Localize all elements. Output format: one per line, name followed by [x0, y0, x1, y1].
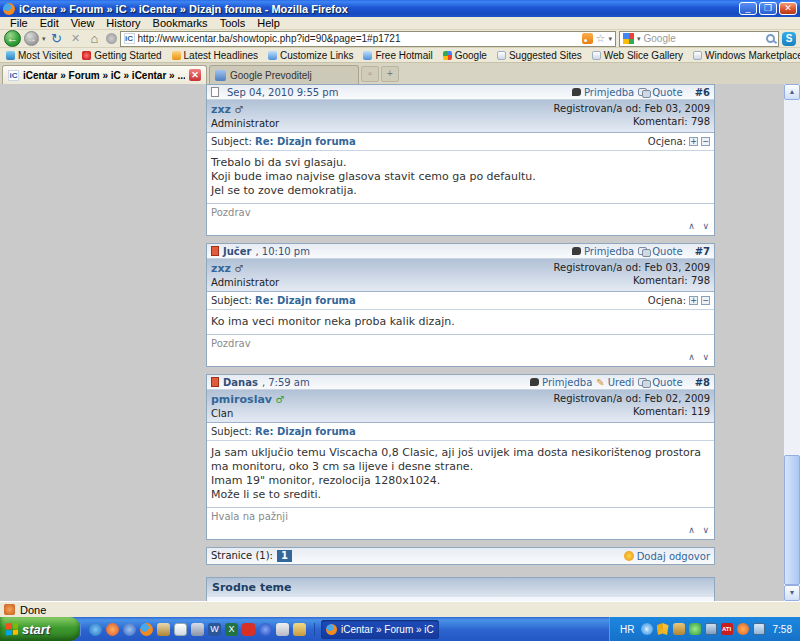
- tab-icentar-forum[interactable]: iC iCentar » Forum » iC » iCentar » ... …: [2, 65, 207, 84]
- quick-launch-icon[interactable]: [276, 623, 289, 636]
- post-number[interactable]: #8: [695, 377, 710, 388]
- rate-plus-button[interactable]: +: [689, 296, 698, 305]
- menu-help[interactable]: Help: [251, 17, 286, 30]
- start-button[interactable]: start: [0, 617, 80, 641]
- skype-icon[interactable]: S: [782, 32, 796, 46]
- tab-google-prevoditelj[interactable]: Google Prevoditelj: [209, 65, 359, 84]
- tray-network-icon[interactable]: [753, 623, 765, 635]
- taskbar-clock[interactable]: 7:58: [773, 624, 792, 635]
- quick-launch-icon[interactable]: [123, 623, 136, 636]
- bookmark-suggested-sites[interactable]: Suggested Sites: [497, 50, 582, 61]
- statusbar-extension-icon[interactable]: [4, 604, 15, 615]
- rate-minus-button[interactable]: −: [701, 137, 710, 146]
- quote-link[interactable]: Quote: [638, 246, 682, 257]
- quote-link[interactable]: Quote: [638, 87, 682, 98]
- url-text[interactable]: http://www.icentar.ba/showtopic.php?id=9…: [138, 33, 579, 44]
- subject-link[interactable]: Re: Dizajn foruma: [255, 295, 356, 306]
- back-button[interactable]: ←: [4, 30, 21, 47]
- tray-display-icon[interactable]: [705, 623, 717, 635]
- add-reply-button[interactable]: Dodaj odgovor: [624, 551, 710, 562]
- restore-button[interactable]: ❐: [759, 2, 777, 15]
- author-link[interactable]: zxz: [211, 262, 231, 275]
- search-placeholder[interactable]: Google: [644, 33, 763, 44]
- scrollbar-down-button[interactable]: ▼: [784, 585, 800, 601]
- rate-plus-button[interactable]: +: [689, 137, 698, 146]
- menu-edit[interactable]: Edit: [34, 17, 65, 30]
- quick-launch-folder-icon[interactable]: [293, 623, 306, 636]
- tray-update-icon[interactable]: [737, 623, 749, 635]
- tray-ati-icon[interactable]: ATI: [721, 623, 733, 635]
- menu-view[interactable]: View: [65, 17, 101, 30]
- home-button[interactable]: ⌂: [87, 31, 103, 47]
- close-button[interactable]: ✕: [779, 2, 797, 15]
- tab-close-icon[interactable]: ✕: [189, 69, 201, 81]
- tray-antivirus-icon[interactable]: [689, 623, 701, 635]
- language-indicator[interactable]: HR: [620, 624, 634, 635]
- author-link[interactable]: pmiroslav: [211, 393, 272, 406]
- quick-launch-icon[interactable]: [259, 623, 272, 636]
- tray-collapse-icon[interactable]: ‹: [641, 623, 653, 635]
- tray-security-shield-icon[interactable]: [657, 623, 669, 635]
- bookmark-star-icon[interactable]: ☆: [596, 32, 606, 45]
- extension-icon[interactable]: [106, 33, 117, 44]
- scrollbar-thumb[interactable]: [784, 455, 800, 585]
- menu-tools[interactable]: Tools: [214, 17, 252, 30]
- bookmark-latest-headlines[interactable]: Latest Headlines: [172, 50, 259, 61]
- taskbar-window-button[interactable]: iCentar » Forum » iC ...: [321, 620, 439, 639]
- tab-list-button[interactable]: ▫: [361, 66, 379, 82]
- search-icon[interactable]: [766, 34, 775, 43]
- search-input[interactable]: ▾ Google: [619, 31, 779, 47]
- quick-launch-word-icon[interactable]: W: [208, 623, 221, 636]
- scroll-down-link[interactable]: ∨: [702, 221, 709, 231]
- scroll-down-link[interactable]: ∨: [702, 352, 709, 362]
- tray-users-icon[interactable]: [673, 623, 685, 635]
- google-icon[interactable]: [623, 33, 634, 44]
- post-number[interactable]: #7: [695, 246, 710, 257]
- forward-button[interactable]: →: [24, 31, 39, 46]
- report-link[interactable]: Primjedba: [530, 377, 592, 388]
- scroll-up-link[interactable]: ∧: [688, 352, 695, 362]
- new-tab-button[interactable]: +: [381, 66, 399, 82]
- search-engine-dropdown-icon[interactable]: ▾: [637, 35, 641, 43]
- quick-launch-firefox-icon[interactable]: [140, 623, 153, 636]
- menu-history[interactable]: History: [100, 17, 146, 30]
- quick-launch-icon[interactable]: [106, 623, 119, 636]
- quick-launch-icon[interactable]: [174, 623, 187, 636]
- quote-link[interactable]: Quote: [638, 377, 682, 388]
- address-bar[interactable]: iC http://www.icentar.ba/showtopic.php?i…: [120, 31, 616, 47]
- subject-link[interactable]: Re: Dizajn foruma: [255, 136, 356, 147]
- edit-link[interactable]: ✎Uredi: [596, 377, 634, 388]
- scroll-up-link[interactable]: ∧: [688, 525, 695, 535]
- bookmark-getting-started[interactable]: Getting Started: [82, 50, 161, 61]
- quick-launch-ie-icon[interactable]: [89, 623, 102, 636]
- menu-bookmarks[interactable]: Bookmarks: [147, 17, 214, 30]
- report-link[interactable]: Primjedba: [572, 246, 634, 257]
- bookmark-google[interactable]: Google: [443, 50, 487, 61]
- bookmark-most-visited[interactable]: Most Visited: [6, 50, 72, 61]
- rss-icon[interactable]: [582, 33, 593, 44]
- quick-launch-pdf-icon[interactable]: [242, 623, 255, 636]
- subject-link[interactable]: Re: Dizajn foruma: [255, 426, 356, 437]
- scrollbar-up-button[interactable]: ▲: [784, 84, 800, 100]
- refresh-button[interactable]: ↻: [49, 31, 65, 47]
- post-number[interactable]: #6: [695, 87, 710, 98]
- report-link[interactable]: Primjedba: [572, 87, 634, 98]
- bookmark-customize-links[interactable]: Customize Links: [268, 50, 353, 61]
- quick-launch-icon[interactable]: [191, 623, 204, 636]
- url-dropdown-icon[interactable]: ▾: [608, 35, 612, 43]
- scroll-up-link[interactable]: ∧: [688, 221, 695, 231]
- bookmark-free-hotmail[interactable]: Free Hotmail: [363, 50, 432, 61]
- minimize-button[interactable]: _: [739, 2, 757, 15]
- rate-minus-button[interactable]: −: [701, 296, 710, 305]
- quick-launch-excel-icon[interactable]: X: [225, 623, 238, 636]
- stop-button[interactable]: ✕: [68, 31, 84, 47]
- scroll-down-link[interactable]: ∨: [702, 525, 709, 535]
- page-1-button[interactable]: 1: [277, 550, 292, 562]
- vertical-scrollbar[interactable]: ▲ ▼: [784, 84, 800, 601]
- bookmark-windows-marketplace[interactable]: Windows Marketplace: [693, 50, 800, 61]
- menu-file[interactable]: File: [4, 17, 34, 30]
- author-link[interactable]: zxz: [211, 103, 231, 116]
- history-dropdown-icon[interactable]: ▾: [42, 35, 46, 43]
- quick-launch-icon[interactable]: [157, 623, 170, 636]
- bookmark-web-slice-gallery[interactable]: Web Slice Gallery: [592, 50, 683, 61]
